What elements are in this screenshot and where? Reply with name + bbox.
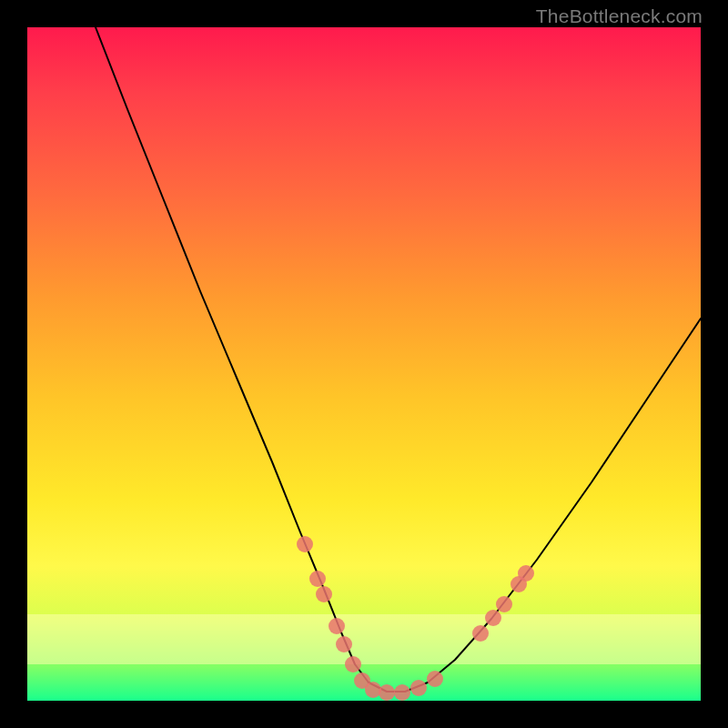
- svg-point-10: [410, 680, 427, 696]
- svg-point-12: [472, 625, 489, 642]
- chart-svg: [27, 27, 701, 701]
- bottleneck-curve: [96, 27, 701, 692]
- highlighted-points: [297, 536, 534, 701]
- watermark-text: TheBottleneck.com: [536, 5, 703, 27]
- svg-point-3: [329, 618, 345, 634]
- svg-point-14: [496, 596, 512, 612]
- svg-point-2: [316, 586, 332, 602]
- svg-point-8: [379, 684, 395, 701]
- svg-point-4: [336, 636, 352, 652]
- svg-point-5: [345, 656, 361, 672]
- svg-point-1: [309, 571, 326, 587]
- svg-point-7: [365, 682, 381, 698]
- svg-point-13: [485, 610, 501, 626]
- svg-point-16: [518, 565, 534, 581]
- outer-frame: TheBottleneck.com: [0, 0, 728, 728]
- svg-point-11: [427, 671, 443, 687]
- svg-point-9: [394, 684, 410, 701]
- svg-point-0: [297, 536, 313, 552]
